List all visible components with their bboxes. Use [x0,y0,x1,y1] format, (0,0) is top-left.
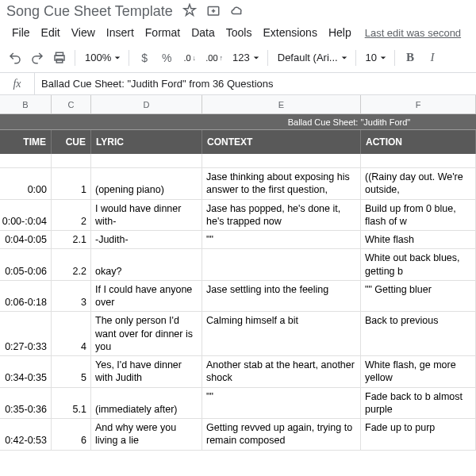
cell[interactable]: I would have dinner with- [91,200,202,231]
table-row: 0:05-0:062.2okay?White out back blues, g… [0,249,476,281]
last-edit-link[interactable]: Last edit was second [365,27,461,39]
menu-insert[interactable]: Insert [101,23,140,42]
cell[interactable]: Jase settling into the feeling [202,281,361,312]
cell[interactable]: Build up from 0 blue, flash of w [361,200,476,231]
col-header-D[interactable]: D [91,95,202,113]
italic-button[interactable]: I [422,48,443,68]
cell[interactable]: "" [202,231,361,248]
decrease-decimal-button[interactable]: .0↓ [178,48,199,68]
font-dropdown[interactable]: Default (Ari... [273,52,351,63]
cell[interactable]: White flash [361,231,476,248]
cell[interactable]: (immediately after) [91,388,202,419]
cell[interactable]: 0:27-0:33 [0,312,52,355]
percent-button[interactable]: % [156,48,177,68]
cell[interactable]: 5 [52,356,91,387]
menu-tools[interactable]: Tools [221,23,258,42]
cell[interactable]: ((Rainy day out. We're outside, [361,168,476,199]
cell[interactable]: 4 [52,312,91,355]
cell[interactable]: 2.1 [52,231,91,248]
cell[interactable]: And why were you living a lie [91,419,202,450]
star-icon[interactable] [182,3,197,20]
number-format-dropdown[interactable]: 123 [228,52,263,63]
increase-decimal-button[interactable]: .00↑ [201,48,226,68]
menu-file[interactable]: File [6,23,36,42]
table-row: 0:001(opening piano)Jase thinking about … [0,168,476,200]
header-time[interactable]: TIME [0,130,52,154]
menu-view[interactable]: View [66,23,101,42]
menu-extensions[interactable]: Extensions [257,23,322,42]
font-size-dropdown[interactable]: 10 [361,52,390,63]
cell[interactable]: okay? [91,249,202,280]
cell[interactable]: 2.2 [52,249,91,280]
sheet-title-cell[interactable]: Ballad Cue Sheet: "Judith Ford" [0,114,476,130]
undo-button[interactable] [5,48,25,68]
cell[interactable]: The only person I'd want over for dinner… [91,312,202,355]
cell[interactable]: 3 [52,281,91,312]
header-context[interactable]: CONTEXT [202,130,361,154]
cell[interactable]: 0:05-0:06 [0,249,52,280]
table-row: 0:04-0:052.1-Judith-""White flash [0,231,476,249]
cell[interactable]: 0:00-:0:04 [0,200,52,231]
cell[interactable]: Jase thinking about exposing his answer … [202,168,361,199]
table-row: 0:27-0:334The only person I'd want over … [0,312,476,356]
cell[interactable]: Calming himself a bit [202,312,361,355]
cell[interactable]: -Judith- [91,231,202,248]
zoom-dropdown[interactable]: 100% [80,52,124,63]
table-row: 0:06-0:183If I could have anyone overJas… [0,281,476,313]
redo-button[interactable] [27,48,48,68]
number-format-value: 123 [231,52,251,63]
menu-edit[interactable]: Edit [36,23,66,42]
cell[interactable]: 0:00 [0,168,52,199]
cell[interactable]: Fade up to purp [361,419,476,450]
cell[interactable]: 0:04-0:05 [0,231,52,248]
cell[interactable]: Getting revved up again, trying to remai… [202,419,361,450]
table-row: 0:34-0:355Yes, I'd have dinner with Judi… [0,356,476,388]
separator [129,50,129,66]
zoom-value: 100% [83,52,113,63]
cell[interactable]: 1 [52,168,91,199]
menu-data[interactable]: Data [186,23,221,42]
col-header-F[interactable]: F [361,95,476,113]
column-headers: B C D E F [0,95,476,114]
cell[interactable]: 0:42-0:53 [0,419,52,450]
cell[interactable]: White flash, ge more yellow [361,356,476,387]
cell[interactable]: 6 [52,419,91,450]
header-action[interactable]: ACTION [361,130,476,154]
menu-help[interactable]: Help [323,23,357,42]
cell[interactable]: Back to previous [361,312,476,355]
font-size-value: 10 [364,52,378,63]
table-header-row: TIME CUE LYRIC CONTEXT ACTION [0,130,476,154]
font-value: Default (Ari... [276,52,340,63]
cell[interactable]: 0:06-0:18 [0,281,52,312]
currency-button[interactable]: $ [134,48,155,68]
bold-button[interactable]: B [400,48,420,68]
cell[interactable]: "" Getting bluer [361,281,476,312]
cell[interactable]: If I could have anyone over [91,281,202,312]
menu-format[interactable]: Format [140,23,186,42]
cell[interactable]: 5.1 [52,388,91,419]
cell[interactable]: Jase has popped, he's done it, he's trap… [202,200,361,231]
cell[interactable]: Another stab at the heart, another shock [202,356,361,387]
document-title[interactable]: Song Cue Sheet Template [6,3,173,20]
col-header-E[interactable]: E [202,95,361,113]
col-header-C[interactable]: C [52,95,91,113]
cell[interactable]: 2 [52,200,91,231]
table-row: 0:00-:0:042I would have dinner with-Jase… [0,200,476,232]
cloud-icon[interactable] [230,3,244,20]
table-row: 0:42-0:536And why were you living a lieG… [0,419,476,451]
cell[interactable]: 0:35-0:36 [0,388,52,419]
cell[interactable]: 0:34-0:35 [0,356,52,387]
formula-input[interactable]: Ballad Cue Sheet: "Judith Ford" from 36 … [35,78,476,90]
cell[interactable]: Yes, I'd have dinner with Judith [91,356,202,387]
cell[interactable] [202,249,361,280]
cell[interactable]: "" [202,388,361,419]
header-cue[interactable]: CUE [52,130,91,154]
col-header-B[interactable]: B [0,95,52,113]
cell[interactable]: Fade back to b almost purple [361,388,476,419]
cell[interactable]: (opening piano) [91,168,202,199]
header-lyric[interactable]: LYRIC [91,130,202,154]
fx-label: fx [0,73,35,94]
cell[interactable]: White out back blues, getting b [361,249,476,280]
move-icon[interactable] [206,3,221,20]
print-button[interactable] [49,48,70,68]
